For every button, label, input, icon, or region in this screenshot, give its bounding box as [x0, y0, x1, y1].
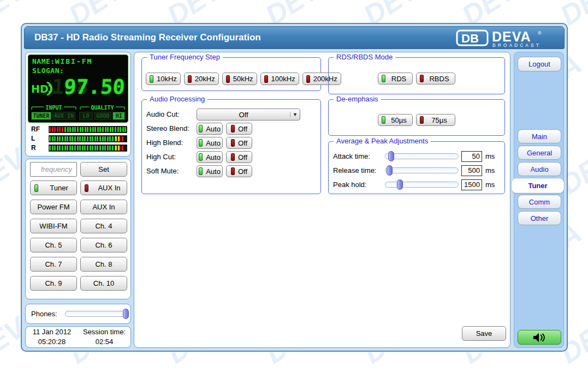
- release-time-slider-thumb[interactable]: [387, 165, 393, 176]
- sidebar-item-comm[interactable]: Comm: [518, 195, 561, 209]
- soft-mute-auto-button[interactable]: Auto: [197, 165, 223, 177]
- auto-label: Auto: [206, 125, 221, 133]
- release-time-unit: ms: [485, 166, 495, 175]
- led-icon: [382, 116, 385, 124]
- high-blend-auto-button[interactable]: Auto: [197, 137, 223, 149]
- lcd-frequency-value: 97.50: [51, 75, 126, 99]
- release-time-value[interactable]: 500: [461, 165, 482, 176]
- deemphasis-50us-button[interactable]: 50µs: [378, 114, 413, 126]
- chevron-down-icon: ▼: [290, 112, 300, 117]
- led-icon: [231, 167, 235, 175]
- preset-button-ch9[interactable]: Ch. 9: [30, 276, 77, 291]
- badge-good: GOOD: [94, 112, 111, 120]
- freq-step-50khz-button[interactable]: 50kHz: [222, 73, 257, 85]
- preset-button-aux-in[interactable]: AUX In: [80, 200, 127, 214]
- stereo-blend-auto-button[interactable]: Auto: [197, 123, 223, 135]
- rf-meter-row: RF: [31, 125, 127, 133]
- led-icon: [231, 125, 235, 133]
- save-button[interactable]: Save: [462, 326, 506, 341]
- session-time-label: Session time:: [78, 327, 130, 337]
- off-label: Off: [238, 153, 247, 161]
- sidebar-item-tuner[interactable]: Tuner: [512, 178, 564, 193]
- preset-button-power-fm[interactable]: Power FM: [30, 200, 77, 214]
- high-blend-off-button[interactable]: Off: [226, 137, 252, 149]
- left-meter-row: L: [31, 135, 127, 142]
- group-title: Tuner Frequency Step: [147, 53, 223, 61]
- phones-label: Phones:: [31, 310, 57, 318]
- group-rds-mode: RDS/RBDS Mode RDS RBDS: [328, 57, 505, 94]
- set-button[interactable]: Set: [80, 162, 127, 177]
- save-button-label: Save: [476, 329, 492, 338]
- lcd-name-label: NAME:: [32, 57, 55, 65]
- preset-button-ch10[interactable]: Ch. 10: [80, 276, 127, 291]
- peak-hold-unit: ms: [485, 181, 495, 189]
- tuner-source-button[interactable]: Tuner: [30, 181, 77, 195]
- preset-button-ch5[interactable]: Ch. 5: [30, 238, 77, 252]
- sidebar-item-main[interactable]: Main: [518, 129, 561, 143]
- release-time-slider[interactable]: [385, 167, 459, 173]
- rf-meter-label: RF: [31, 125, 49, 133]
- audio-cut-select[interactable]: Off ▼: [197, 109, 300, 121]
- current-time: 05:20:28: [26, 337, 78, 347]
- phones-slider-thumb[interactable]: [123, 309, 129, 319]
- lcd-status-badges: TUNER AUX IN LO GOOD HI: [31, 112, 125, 120]
- lcd-quality-header: QUALITY: [91, 105, 114, 111]
- high-cut-auto-button[interactable]: Auto: [197, 151, 223, 163]
- freq-step-label: 50kHz: [233, 75, 253, 83]
- rbds-label: RBDS: [427, 75, 452, 83]
- aux-source-button[interactable]: AUX In: [80, 181, 127, 195]
- preset-button-ch6[interactable]: Ch. 6: [80, 238, 127, 252]
- led-icon: [306, 75, 310, 83]
- led-icon: [231, 139, 235, 147]
- frequency-input[interactable]: [30, 162, 77, 177]
- audio-cut-label: Audio Cut:: [146, 110, 180, 118]
- preset-button-wibi-fm[interactable]: WIBI-FM: [30, 219, 77, 233]
- tuner-source-label: Tuner: [41, 184, 76, 192]
- peak-hold-slider-thumb[interactable]: [397, 179, 403, 190]
- preset-label: Power FM: [37, 203, 69, 211]
- session-time: Session time: 02:54: [78, 327, 130, 347]
- preset-button-ch4[interactable]: Ch. 4: [80, 219, 127, 233]
- rds-label: RDS: [389, 75, 409, 83]
- speaker-mute-button[interactable]: [518, 330, 561, 345]
- sidebar-item-other[interactable]: Other: [518, 211, 561, 225]
- group-title: De-emphasis: [334, 95, 381, 103]
- high-cut-label: High Cut:: [146, 153, 176, 161]
- freq-step-100khz-button[interactable]: 100kHz: [260, 73, 299, 85]
- peak-hold-slider[interactable]: [385, 182, 459, 188]
- nav-label: Tuner: [528, 182, 547, 190]
- freq-step-20khz-button[interactable]: 20kHz: [184, 73, 219, 85]
- lcd-slogan-label: SLOGAN:: [32, 67, 64, 75]
- sidebar-item-general[interactable]: General: [518, 146, 561, 160]
- soft-mute-off-button[interactable]: Off: [226, 165, 252, 177]
- rds-button[interactable]: RDS: [378, 73, 413, 85]
- attack-time-slider[interactable]: [385, 153, 459, 159]
- attack-time-slider-thumb[interactable]: [388, 151, 394, 161]
- led-icon: [420, 116, 424, 124]
- main-content-panel: Tuner Frequency Step 10kHz 20kHz 50kHz 1…: [134, 52, 510, 348]
- auto-label: Auto: [206, 167, 221, 176]
- freq-step-10khz-button[interactable]: 10kHz: [146, 73, 181, 85]
- group-audio-processing: Audio Processing Audio Cut: Off ▼ Stereo…: [141, 99, 321, 194]
- preset-label: AUX In: [92, 203, 115, 211]
- preset-button-ch7[interactable]: Ch. 7: [30, 257, 77, 272]
- deemphasis-label: 50µs: [389, 116, 409, 124]
- lcd-display: NAME:WIBI-FM SLOGAN: HD 188.88 97.50 INP…: [28, 55, 128, 123]
- speaker-icon: [532, 333, 547, 342]
- nav-label: Audio: [530, 165, 548, 173]
- stereo-blend-off-button[interactable]: Off: [226, 123, 252, 135]
- peak-hold-value[interactable]: 1500: [461, 179, 482, 190]
- logo-subtitle: BROADCAST: [492, 43, 541, 47]
- high-cut-off-button[interactable]: Off: [226, 151, 252, 163]
- deemphasis-75us-button[interactable]: 75µs: [416, 114, 455, 126]
- phones-volume-slider[interactable]: [65, 311, 127, 317]
- logout-button[interactable]: Logout: [518, 57, 561, 71]
- stereo-blend-label: Stereo Blend:: [146, 124, 189, 133]
- rbds-button[interactable]: RBDS: [416, 73, 455, 85]
- sidebar-item-audio[interactable]: Audio: [518, 162, 561, 176]
- preset-button-ch8[interactable]: Ch. 8: [80, 257, 127, 272]
- attack-time-value[interactable]: 50: [461, 151, 482, 162]
- hd-radio-icon: HD: [31, 81, 54, 97]
- nav-label: Other: [531, 214, 549, 222]
- nav-label: Main: [532, 133, 547, 141]
